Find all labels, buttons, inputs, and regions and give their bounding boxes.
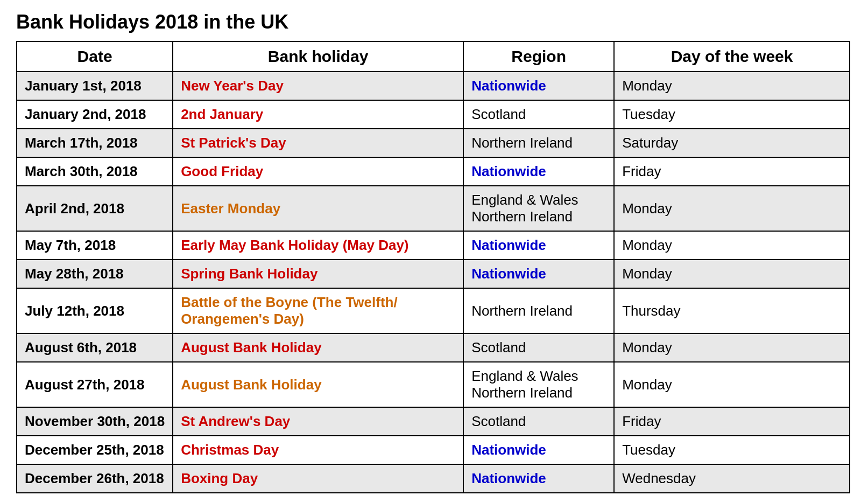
region-cell: Scotland	[463, 333, 614, 362]
holiday-name: 2nd January	[181, 106, 263, 122]
region-cell: Nationwide	[463, 464, 614, 493]
holiday-cell: Early May Bank Holiday (May Day)	[173, 231, 463, 260]
page-title: Bank Holidays 2018 in the UK	[16, 11, 852, 33]
date-cell: December 26th, 2018	[17, 464, 173, 493]
date-cell: August 27th, 2018	[17, 362, 173, 407]
holiday-name: Battle of the Boyne (The Twelfth/Orangem…	[181, 294, 398, 327]
day-cell: Friday	[614, 407, 850, 436]
day-cell: Tuesday	[614, 436, 850, 464]
table-row: April 2nd, 2018Easter MondayEngland & Wa…	[17, 186, 850, 231]
table-row: May 28th, 2018Spring Bank HolidayNationw…	[17, 260, 850, 288]
holiday-name: August Bank Holiday	[181, 339, 321, 355]
header-date: Date	[17, 41, 173, 72]
table-row: December 25th, 2018Christmas DayNationwi…	[17, 436, 850, 464]
region-cell: Northern Ireland	[463, 129, 614, 157]
date-cell: December 25th, 2018	[17, 436, 173, 464]
table-row: January 2nd, 20182nd JanuaryScotlandTues…	[17, 100, 850, 129]
table-row: August 6th, 2018August Bank HolidayScotl…	[17, 333, 850, 362]
holiday-cell: August Bank Holiday	[173, 362, 463, 407]
region-cell: Nationwide	[463, 436, 614, 464]
holiday-cell: Boxing Day	[173, 464, 463, 493]
day-cell: Tuesday	[614, 100, 850, 129]
holiday-cell: Christmas Day	[173, 436, 463, 464]
date-cell: January 1st, 2018	[17, 72, 173, 100]
day-cell: Saturday	[614, 129, 850, 157]
day-cell: Monday	[614, 72, 850, 100]
holiday-name: August Bank Holiday	[181, 376, 321, 393]
holidays-table: Date Bank holiday Region Day of the week…	[16, 41, 850, 493]
table-row: December 26th, 2018Boxing DayNationwideW…	[17, 464, 850, 493]
holiday-name: Spring Bank Holiday	[181, 266, 317, 282]
region-cell: Nationwide	[463, 72, 614, 100]
holiday-name: St Patrick's Day	[181, 135, 286, 151]
table-header-row: Date Bank holiday Region Day of the week	[17, 41, 850, 72]
day-cell: Monday	[614, 186, 850, 231]
holiday-cell: Easter Monday	[173, 186, 463, 231]
region-cell: England & WalesNorthern Ireland	[463, 186, 614, 231]
holiday-cell: Spring Bank Holiday	[173, 260, 463, 288]
date-cell: November 30th, 2018	[17, 407, 173, 436]
holiday-name: Christmas Day	[181, 442, 279, 458]
holiday-cell: St Andrew's Day	[173, 407, 463, 436]
table-row: March 30th, 2018Good FridayNationwideFri…	[17, 157, 850, 186]
holiday-name: Early May Bank Holiday (May Day)	[181, 237, 408, 253]
holiday-name: New Year's Day	[181, 78, 284, 94]
table-row: March 17th, 2018St Patrick's DayNorthern…	[17, 129, 850, 157]
day-cell: Wednesday	[614, 464, 850, 493]
holiday-name: Good Friday	[181, 163, 263, 179]
date-cell: May 28th, 2018	[17, 260, 173, 288]
table-row: August 27th, 2018August Bank HolidayEngl…	[17, 362, 850, 407]
day-cell: Monday	[614, 333, 850, 362]
header-day: Day of the week	[614, 41, 850, 72]
holiday-cell: New Year's Day	[173, 72, 463, 100]
date-cell: May 7th, 2018	[17, 231, 173, 260]
table-row: November 30th, 2018St Andrew's DayScotla…	[17, 407, 850, 436]
holiday-cell: Battle of the Boyne (The Twelfth/Orangem…	[173, 288, 463, 333]
table-row: May 7th, 2018Early May Bank Holiday (May…	[17, 231, 850, 260]
date-cell: March 17th, 2018	[17, 129, 173, 157]
header-region: Region	[463, 41, 614, 72]
day-cell: Thursday	[614, 288, 850, 333]
date-cell: April 2nd, 2018	[17, 186, 173, 231]
day-cell: Monday	[614, 362, 850, 407]
holiday-name: St Andrew's Day	[181, 413, 290, 429]
date-cell: January 2nd, 2018	[17, 100, 173, 129]
holiday-cell: August Bank Holiday	[173, 333, 463, 362]
date-cell: March 30th, 2018	[17, 157, 173, 186]
day-cell: Monday	[614, 231, 850, 260]
header-holiday: Bank holiday	[173, 41, 463, 72]
table-row: July 12th, 2018Battle of the Boyne (The …	[17, 288, 850, 333]
region-cell: Nationwide	[463, 231, 614, 260]
holiday-cell: 2nd January	[173, 100, 463, 129]
day-cell: Friday	[614, 157, 850, 186]
region-cell: Northern Ireland	[463, 288, 614, 333]
region-cell: Nationwide	[463, 157, 614, 186]
region-cell: England & WalesNorthern Ireland	[463, 362, 614, 407]
region-cell: Scotland	[463, 100, 614, 129]
holiday-cell: Good Friday	[173, 157, 463, 186]
day-cell: Monday	[614, 260, 850, 288]
holiday-cell: St Patrick's Day	[173, 129, 463, 157]
date-cell: August 6th, 2018	[17, 333, 173, 362]
table-row: January 1st, 2018New Year's DayNationwid…	[17, 72, 850, 100]
region-cell: Scotland	[463, 407, 614, 436]
date-cell: July 12th, 2018	[17, 288, 173, 333]
holiday-name: Easter Monday	[181, 200, 280, 217]
region-cell: Nationwide	[463, 260, 614, 288]
holiday-name: Boxing Day	[181, 470, 258, 486]
